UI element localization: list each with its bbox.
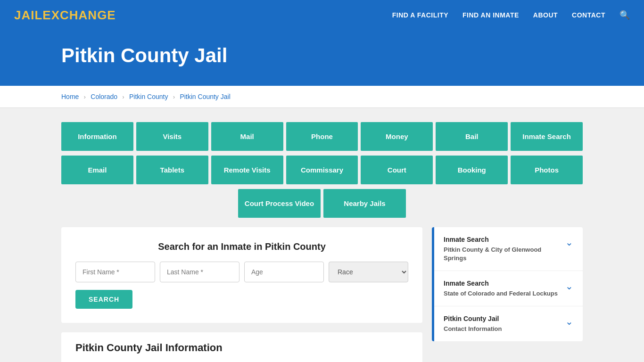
search-form: Race [75, 262, 408, 282]
sidebar-item-2[interactable]: Inmate Search State of Colorado and Fede… [434, 271, 583, 306]
nav-about[interactable]: ABOUT [533, 11, 558, 19]
btn-phone[interactable]: Phone [286, 122, 358, 151]
btn-money[interactable]: Money [361, 122, 433, 151]
info-title: Pitkin County Jail Information [75, 342, 408, 354]
first-name-input[interactable] [75, 262, 155, 282]
hero-section: Pitkin County Jail [0, 30, 644, 86]
sidebar-item-1[interactable]: Inmate Search Pitkin County & City of Gl… [434, 227, 583, 271]
btn-email[interactable]: Email [61, 156, 133, 184]
btn-court-process-video[interactable]: Court Process Video [238, 189, 321, 218]
logo-jail: JAIL [14, 8, 42, 22]
sidebar-item-2-sub: State of Colorado and Federal Lockups [444, 290, 558, 297]
breadcrumb-pitkin-county[interactable]: Pitkin County [129, 93, 168, 100]
sidebar-item-2-text: Inmate Search State of Colorado and Fede… [444, 280, 561, 297]
logo-exchange: EXCHANGE [42, 8, 116, 22]
sidebar-card: Inmate Search Pitkin County & City of Gl… [432, 227, 583, 341]
breadcrumb-home[interactable]: Home [61, 93, 79, 100]
breadcrumb-sep-2: › [123, 94, 124, 100]
nav-links: FIND A FACILITY FIND AN INMATE ABOUT CON… [392, 10, 630, 20]
sidebar-item-3-title: Pitkin County Jail [444, 315, 561, 322]
btn-inmate-search[interactable]: Inmate Search [511, 122, 583, 151]
btn-booking[interactable]: Booking [436, 156, 508, 184]
nav-find-inmate[interactable]: FIND AN INMATE [462, 11, 519, 19]
sidebar-item-2-title: Inmate Search [444, 280, 561, 287]
btn-mail[interactable]: Mail [211, 122, 283, 151]
btn-court[interactable]: Court [361, 156, 433, 184]
search-icon[interactable]: 🔍 [619, 10, 630, 20]
chevron-down-icon-2: ⌄ [565, 280, 573, 292]
btn-remote-visits[interactable]: Remote Visits [211, 156, 283, 184]
sidebar-item-3-sub: Contact Information [444, 325, 502, 332]
sidebar: Inmate Search Pitkin County & City of Gl… [432, 227, 583, 362]
breadcrumb-sep-1: › [84, 94, 86, 100]
breadcrumb-sep-3: › [173, 94, 175, 100]
breadcrumb-current: Pitkin County Jail [180, 93, 230, 100]
btn-information[interactable]: Information [61, 122, 133, 151]
sidebar-item-1-title: Inmate Search [444, 236, 561, 243]
sidebar-item-3[interactable]: Pitkin County Jail Contact Information ⌄ [434, 306, 583, 341]
btn-visits[interactable]: Visits [136, 122, 208, 151]
sidebar-item-1-text: Inmate Search Pitkin County & City of Gl… [444, 236, 561, 262]
last-name-input[interactable] [160, 262, 239, 282]
lower-section: Search for an Inmate in Pitkin County Ra… [61, 227, 583, 362]
btn-nearby-jails[interactable]: Nearby Jails [323, 189, 406, 218]
button-row-1: Information Visits Mail Phone Money Bail… [61, 122, 583, 151]
info-section: Pitkin County Jail Information [61, 332, 422, 362]
button-row-3: Court Process Video Nearby Jails [61, 189, 583, 218]
btn-commissary[interactable]: Commissary [286, 156, 358, 184]
site-logo[interactable]: JAILEXCHANGE [14, 8, 116, 23]
btn-bail[interactable]: Bail [436, 122, 508, 151]
chevron-down-icon-1: ⌄ [565, 237, 573, 248]
btn-tablets[interactable]: Tablets [136, 156, 208, 184]
nav-contact[interactable]: CONTACT [572, 11, 605, 19]
sidebar-item-3-text: Pitkin County Jail Contact Information [444, 315, 561, 333]
search-button[interactable]: SEARCH [75, 290, 132, 309]
breadcrumb-colorado[interactable]: Colorado [91, 93, 117, 100]
race-select[interactable]: Race [329, 262, 408, 282]
breadcrumb: Home › Colorado › Pitkin County › Pitkin… [0, 86, 644, 108]
navbar: JAILEXCHANGE FIND A FACILITY FIND AN INM… [0, 0, 644, 30]
nav-find-facility[interactable]: FIND A FACILITY [392, 11, 448, 19]
search-panel: Search for an Inmate in Pitkin County Ra… [61, 227, 422, 323]
page-title: Pitkin County Jail [61, 44, 583, 67]
search-title: Search for an Inmate in Pitkin County [75, 241, 408, 252]
btn-photos[interactable]: Photos [511, 156, 583, 184]
button-row-2: Email Tablets Remote Visits Commissary C… [61, 156, 583, 184]
content-area: Information Visits Mail Phone Money Bail… [0, 108, 644, 362]
chevron-down-icon-3: ⌄ [565, 316, 573, 327]
age-input[interactable] [244, 262, 324, 282]
sidebar-item-1-sub: Pitkin County & City of Glenwood Springs [444, 246, 541, 262]
